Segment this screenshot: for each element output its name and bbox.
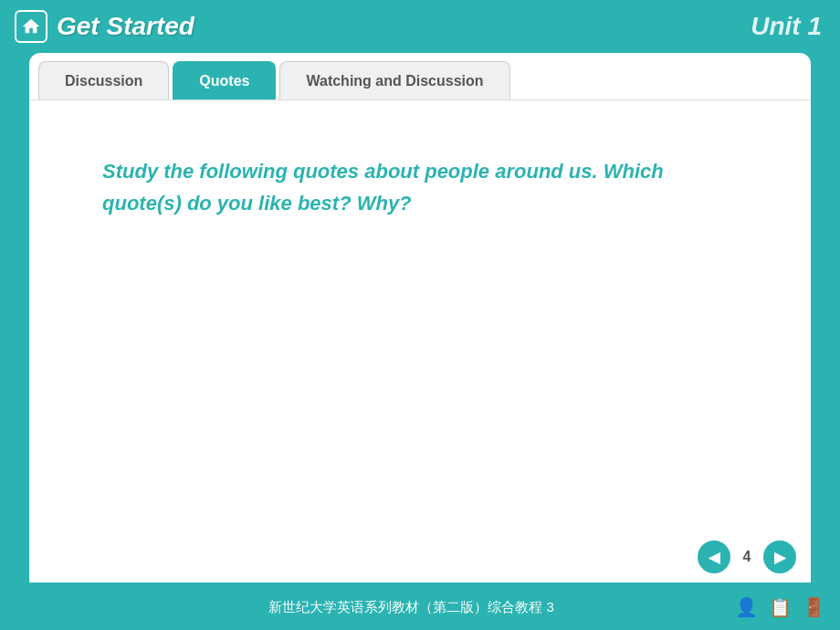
content-area: Study the following quotes about people …	[29, 100, 811, 274]
page-title: Get Started	[57, 12, 194, 41]
prev-button[interactable]: ◀	[698, 541, 730, 573]
tab-discussion[interactable]: Discussion	[38, 61, 169, 100]
header: Get Started Unit 1	[0, 0, 840, 53]
home-icon-box[interactable]	[15, 10, 47, 43]
next-button[interactable]: ▶	[763, 541, 796, 573]
home-icon	[21, 16, 41, 37]
exit-icon[interactable]: 🚪	[803, 596, 825, 618]
header-left: Get Started	[15, 10, 194, 43]
navigation-bar: ◀ 4 ▶	[683, 531, 811, 583]
main-area: Discussion Quotes Watching and Discussio…	[29, 53, 811, 583]
footer: 新世纪大学英语系列教材（第二版）综合教程 3 👤 📋 🚪	[0, 584, 840, 630]
clipboard-icon[interactable]: 📋	[769, 596, 792, 618]
tab-watching[interactable]: Watching and Discussion	[279, 61, 509, 100]
user-icon[interactable]: 👤	[735, 596, 758, 618]
main-content-wrapper: Discussion Quotes Watching and Discussio…	[15, 53, 825, 588]
footer-icons: 👤 📋 🚪	[735, 596, 825, 618]
footer-text: 新世纪大学英语系列教材（第二版）综合教程 3	[88, 599, 735, 616]
page-number: 4	[738, 549, 756, 565]
tab-bar: Discussion Quotes Watching and Discussio…	[29, 53, 811, 100]
quote-text: Study the following quotes about people …	[102, 155, 738, 219]
tab-quotes[interactable]: Quotes	[173, 61, 276, 100]
unit-label: Unit 1	[751, 12, 822, 41]
